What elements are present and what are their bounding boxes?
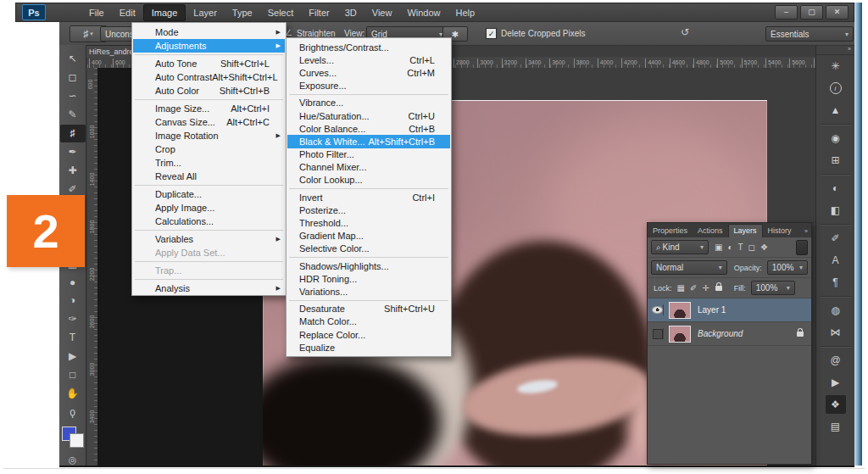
menubar-item-window[interactable]: Window	[399, 5, 448, 20]
adjustments-item-vibrance[interactable]: Vibrance...	[287, 97, 450, 109]
styles-panel-icon[interactable]: ⊞	[826, 151, 846, 170]
menubar-item-image[interactable]: Image	[143, 4, 186, 21]
image-menu-item-duplicate[interactable]: Duplicate...	[133, 187, 285, 201]
hand-tool-button[interactable]: ✋	[60, 385, 86, 403]
menubar-item-filter[interactable]: Filter	[301, 5, 337, 20]
swatches-panel-icon[interactable]: ◉	[826, 129, 846, 148]
layer-thumbnail[interactable]	[669, 326, 691, 343]
brush-panel-icon[interactable]: ✐	[826, 229, 846, 248]
adjustments-item-black-white[interactable]: Black & White...Alt+Shift+Ctrl+B	[287, 135, 450, 148]
filter-type-layers-icon[interactable]: T	[738, 243, 743, 252]
adjustments-item-levels[interactable]: Levels...Ctrl+L	[287, 53, 450, 66]
adjustments-item-brightness-contrast[interactable]: Brightness/Contrast...	[287, 41, 450, 53]
adjustments-item-posterize[interactable]: Posterize...	[287, 204, 450, 216]
minimize-button[interactable]: –	[775, 5, 798, 20]
lock-transparency-icon[interactable]: ▦	[677, 283, 685, 293]
adjustments-item-selective-color[interactable]: Selective Color...	[287, 243, 450, 255]
image-menu-item-reveal-all[interactable]: Reveal All	[133, 170, 285, 183]
delete-cropped-pixels-checkbox[interactable]: ✓	[486, 28, 497, 39]
menubar-item-3d[interactable]: 3D	[337, 5, 364, 20]
zoom-tool-button[interactable]: ϙ	[60, 404, 86, 421]
image-menu-item-apply-image[interactable]: Apply Image...	[133, 201, 285, 215]
panel-tab-history[interactable]: History	[763, 225, 797, 237]
menubar-item-type[interactable]: Type	[225, 5, 260, 20]
adjustments-item-variations[interactable]: Variations...	[287, 285, 450, 298]
adjustments-item-curves[interactable]: Curves...Ctrl+M	[287, 66, 450, 79]
filter-smart-objects-icon[interactable]: ❖	[760, 243, 768, 252]
info-panel-icon[interactable]: i	[826, 79, 846, 98]
layer-visibility-toggle[interactable]	[652, 304, 664, 315]
clone-source-panel-icon[interactable]: @	[826, 351, 846, 370]
image-menu-item-auto-color[interactable]: Auto ColorShift+Ctrl+B	[133, 84, 285, 98]
quick-mask-icon[interactable]: ◎	[69, 454, 77, 466]
menubar-item-edit[interactable]: Edit	[112, 5, 143, 20]
adjustments-item-gradient-map[interactable]: Gradient Map...	[287, 230, 450, 243]
adjustments-item-equalize[interactable]: Equalize	[287, 341, 450, 354]
image-menu-item-crop[interactable]: Crop	[133, 142, 285, 156]
image-menu-item-trim[interactable]: Trim...	[133, 156, 285, 170]
fill-input[interactable]: 100% ▾	[751, 281, 795, 295]
image-menu-item-variables[interactable]: Variables▶	[133, 232, 285, 246]
collapse-panels-icon[interactable]: »	[816, 46, 854, 55]
blend-mode-select[interactable]: Normal ▾	[651, 260, 727, 275]
lock-all-icon[interactable]	[715, 286, 722, 291]
adjustments-item-photo-filter[interactable]: Photo Filter...	[287, 148, 450, 161]
image-menu-item-image-size[interactable]: Image Size...Alt+Ctrl+I	[133, 102, 285, 115]
image-menu-item-calculations[interactable]: Calculations...	[133, 215, 285, 228]
image-menu-item-mode[interactable]: Mode▶	[133, 25, 285, 39]
adjustments-item-desaturate[interactable]: DesaturateShift+Ctrl+U	[287, 303, 450, 315]
menubar-item-help[interactable]: Help	[448, 5, 483, 20]
character-panel-icon[interactable]: A	[826, 251, 846, 270]
paragraph-panel-icon[interactable]: ¶	[826, 273, 846, 292]
adjustments-item-threshold[interactable]: Threshold...	[287, 216, 450, 229]
background-color-swatch[interactable]	[70, 433, 84, 448]
layer-row-layer-1[interactable]: Layer 1	[648, 298, 811, 322]
lock-paint-icon[interactable]: ✐	[690, 283, 697, 293]
layer-filtering-toggle[interactable]	[796, 240, 808, 255]
blur-tool-button[interactable]: ●	[60, 273, 86, 291]
panel-menu-icon[interactable]: »	[804, 228, 811, 237]
healing-brush-tool-button[interactable]: ✚	[60, 162, 86, 180]
path-selection-tool-button[interactable]: ▶	[60, 348, 86, 365]
layer-thumbnail[interactable]	[669, 302, 691, 319]
image-menu-item-apply-data-set[interactable]: Apply Data Set...	[133, 246, 285, 259]
layer-visibility-toggle[interactable]	[652, 328, 664, 339]
channels-panel-icon[interactable]: ▤	[826, 417, 846, 436]
adjustments-item-channel-mixer[interactable]: Channel Mixer...	[287, 161, 450, 174]
lasso-tool-button[interactable]: ∽	[60, 87, 86, 105]
menubar-item-layer[interactable]: Layer	[186, 5, 225, 20]
menubar-item-select[interactable]: Select	[260, 5, 302, 20]
adjustments-item-color-lookup[interactable]: Color Lookup...	[287, 174, 450, 187]
pen-tool-button[interactable]: ✑	[60, 310, 86, 328]
image-menu-item-analysis[interactable]: Analysis▶	[133, 282, 285, 295]
adjustments-item-invert[interactable]: InvertCtrl+I	[287, 191, 450, 204]
image-menu-item-trap[interactable]: Trap...	[133, 264, 285, 277]
adjustments-item-hue-saturation[interactable]: Hue/Saturation...Ctrl+U	[287, 109, 450, 122]
image-menu-item-adjustments[interactable]: Adjustments▶	[133, 39, 285, 53]
filter-shape-layers-icon[interactable]: ◻	[748, 243, 755, 252]
opacity-input[interactable]: 100% ▾	[767, 260, 808, 275]
adjustments-item-shadows-highlights[interactable]: Shadows/Highlights...	[287, 259, 450, 272]
adjustments-item-replace-color[interactable]: Replace Color...	[287, 328, 450, 341]
layer-filter-kind-select[interactable]: ⌕ Kind ▾	[651, 240, 709, 254]
shape-tool-button[interactable]: □	[60, 366, 86, 384]
layers-panel-icon[interactable]: ❖	[826, 395, 846, 414]
color-panel-icon[interactable]: ✳	[826, 57, 846, 75]
adjustments-panel-icon[interactable]: ◐	[826, 179, 846, 198]
image-menu-item-auto-tone[interactable]: Auto ToneShift+Ctrl+L	[133, 57, 285, 70]
workspace-select[interactable]: Essentials ▾	[765, 26, 854, 42]
image-menu-item-image-rotation[interactable]: Image Rotation▶	[133, 129, 285, 142]
filter-adjustment-layers-icon[interactable]: ◐	[727, 243, 732, 252]
crop-tool-button[interactable]: ♯	[60, 125, 86, 142]
filter-pixel-layers-icon[interactable]: ▣	[715, 243, 722, 252]
masks-panel-icon[interactable]: ◧	[826, 201, 846, 220]
maximize-button[interactable]: ▢	[800, 5, 823, 20]
marquee-tool-button[interactable]: ◻	[60, 69, 86, 86]
eyedropper-tool-button[interactable]: ✒	[60, 143, 86, 161]
adjustments-item-color-balance[interactable]: Color Balance...Ctrl+B	[287, 122, 450, 135]
measurement-log-panel-icon[interactable]: ⋈	[826, 323, 846, 342]
3d-panel-icon[interactable]: ◍	[826, 301, 846, 320]
lock-move-icon[interactable]: ✛	[702, 283, 709, 293]
adjustments-item-exposure[interactable]: Exposure...	[287, 80, 450, 92]
quick-selection-tool-button[interactable]: ✎	[60, 106, 86, 124]
